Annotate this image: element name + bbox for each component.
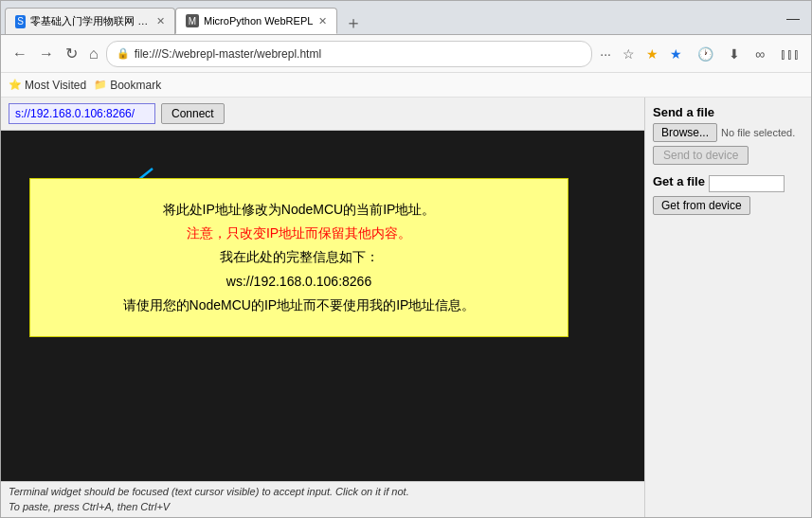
status-bar: Terminal widget should be focused (text … xyxy=(1,481,644,517)
clock-icon[interactable]: 🕐 xyxy=(694,45,717,63)
content-area: Connect 将此处IP地 xyxy=(1,98,811,517)
reload-button[interactable]: ↻ xyxy=(62,43,81,64)
tab-label-1: 零基础入门学用物联网 - 太极B... xyxy=(30,14,151,28)
webrepl-controls: Connect xyxy=(1,98,644,131)
send-file-title: Send a file xyxy=(653,105,803,119)
info-line5: 请使用您的NodeMCU的IP地址而不要使用我的IP地址信息。 xyxy=(59,294,539,317)
webrepl-url-input[interactable] xyxy=(9,103,155,124)
get-title-row: Get a file xyxy=(653,174,803,192)
get-file-title: Get a file xyxy=(653,174,705,188)
nav-extra-icons: 🕐 ⬇ ∞ ⫿⫿⫿ xyxy=(694,45,803,63)
get-filename-input[interactable] xyxy=(709,175,785,192)
tab-favicon-2: M xyxy=(186,14,199,27)
nav-icons: ··· ☆ ★ ★ xyxy=(596,45,686,63)
tab-webrepl[interactable]: M MicroPython WebREPL ✕ xyxy=(175,8,337,34)
most-visited-label: Most Visited xyxy=(25,79,86,92)
filled-star-icon[interactable]: ★ xyxy=(666,45,686,63)
most-visited-icon: ⭐ xyxy=(9,79,22,91)
get-from-device-button[interactable]: Get from device xyxy=(653,196,750,215)
forward-button[interactable]: → xyxy=(35,44,58,64)
minimize-button[interactable]: — xyxy=(779,10,807,26)
tab-favicon-1: S xyxy=(15,15,26,28)
bookmark-star-icon[interactable]: ☆ xyxy=(619,45,639,63)
info-line2: 注意，只改变IP地址而保留其他内容。 xyxy=(59,222,539,245)
info-line1: 将此处IP地址修改为NodeMCU的当前IP地址。 xyxy=(59,198,539,222)
tab-close-1[interactable]: ✕ xyxy=(156,15,165,27)
get-file-section: Get a file Get from device xyxy=(653,174,803,215)
browser-window: S 零基础入门学用物联网 - 太极B... ✕ M MicroPython We… xyxy=(0,0,812,518)
browse-row: Browse... No file selected. xyxy=(653,123,803,142)
info-box: 将此处IP地址修改为NodeMCU的当前IP地址。 注意，只改变IP地址而保留其… xyxy=(29,178,568,337)
bookmark-label: Bookmark xyxy=(110,79,161,92)
tab-zero-basics[interactable]: S 零基础入门学用物联网 - 太极B... ✕ xyxy=(5,8,175,34)
menu-dots-icon[interactable]: ··· xyxy=(596,45,615,63)
send-file-section: Send a file Browse... No file selected. … xyxy=(653,105,803,165)
info-line4: ws://192.168.0.106:8266 xyxy=(59,270,539,294)
terminal-area[interactable]: 将此处IP地址修改为NodeMCU的当前IP地址。 注意，只改变IP地址而保留其… xyxy=(1,131,644,481)
tab-close-2[interactable]: ✕ xyxy=(318,15,327,27)
home-button[interactable]: ⌂ xyxy=(85,44,102,64)
nav-bar: ← → ↻ ⌂ 🔒 file:///S:/webrepl-master/webr… xyxy=(1,35,811,73)
tab-label-2: MicroPython WebREPL xyxy=(204,15,313,27)
status-line2: To paste, press Ctrl+A, then Ctrl+V xyxy=(9,500,637,514)
connect-button[interactable]: Connect xyxy=(161,103,225,124)
browse-button[interactable]: Browse... xyxy=(653,123,717,142)
new-tab-button[interactable]: ＋ xyxy=(341,11,366,34)
bookmark-icon: 📁 xyxy=(94,79,107,91)
address-text: file:///S:/webrepl-master/webrepl.html xyxy=(135,47,583,61)
info-line3: 我在此处的完整信息如下： xyxy=(59,245,539,269)
address-bar[interactable]: 🔒 file:///S:/webrepl-master/webrepl.html xyxy=(106,41,593,67)
main-panel: Connect 将此处IP地 xyxy=(1,98,645,517)
right-sidebar: Send a file Browse... No file selected. … xyxy=(645,98,811,517)
tab-bar: S 零基础入门学用物联网 - 太极B... ✕ M MicroPython We… xyxy=(1,1,811,35)
status-line1: Terminal widget should be focused (text … xyxy=(9,485,637,499)
send-to-device-button[interactable]: Send to device xyxy=(653,146,749,165)
download-icon[interactable]: ⬇ xyxy=(725,45,744,63)
bookmarks-bar: ⭐ Most Visited 📁 Bookmark xyxy=(1,73,811,98)
reading-icon[interactable]: ∞ xyxy=(751,45,768,63)
no-file-label: No file selected. xyxy=(721,127,795,138)
reader-icon[interactable]: ★ xyxy=(642,45,662,63)
collections-icon[interactable]: ⫿⫿⫿ xyxy=(776,45,803,63)
address-lock-icon: 🔒 xyxy=(117,47,130,60)
bookmark-bookmark[interactable]: 📁 Bookmark xyxy=(94,79,161,92)
back-button[interactable]: ← xyxy=(9,44,31,64)
bookmark-most-visited[interactable]: ⭐ Most Visited xyxy=(9,79,86,92)
